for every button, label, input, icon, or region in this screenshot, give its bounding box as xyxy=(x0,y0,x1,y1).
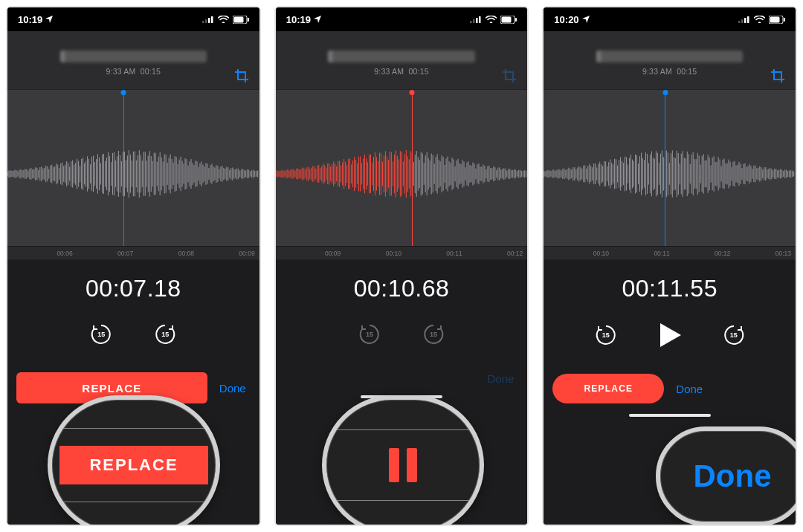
transport-controls: 15 15 xyxy=(285,323,519,346)
waveform-area[interactable]: 00:0900:1000:1100:12 xyxy=(276,89,528,260)
current-time: 00:10.68 xyxy=(285,275,519,302)
wifi-icon xyxy=(218,16,229,23)
notch xyxy=(81,7,185,24)
crop-trim-icon[interactable] xyxy=(770,68,785,83)
zoom-callout-done: Done xyxy=(656,426,797,526)
svg-rect-357 xyxy=(741,19,744,23)
svg-rect-359 xyxy=(747,16,749,23)
svg-rect-355 xyxy=(407,448,417,482)
wifi-icon xyxy=(486,16,497,23)
zoom-callout-replace: REPLACE xyxy=(48,395,220,526)
wifi-icon xyxy=(754,16,765,23)
svg-rect-177 xyxy=(470,21,472,23)
svg-rect-361 xyxy=(784,18,785,22)
waveform-area[interactable]: 00:1000:1100:1200:13 xyxy=(544,89,796,260)
waveform xyxy=(544,118,796,230)
phone-screen-2: 10:19 9:33 AM 00:15 00:0900:1000:1100:12… xyxy=(274,6,529,526)
cellular-icon xyxy=(470,16,482,23)
location-icon xyxy=(314,16,321,23)
zoom-callout-pause xyxy=(322,395,484,526)
status-time: 10:19 xyxy=(18,14,42,25)
zoom-done-button[interactable]: Done xyxy=(694,458,772,494)
svg-rect-178 xyxy=(473,19,475,23)
transport-controls: 15 15 xyxy=(16,323,251,346)
crop-trim-icon[interactable] xyxy=(234,68,249,83)
recording-title-blurred xyxy=(328,51,475,62)
zoom-replace-button[interactable]: REPLACE xyxy=(59,446,208,484)
time-ruler: 00:0900:1000:1100:12 xyxy=(276,246,528,259)
done-button[interactable]: Done xyxy=(483,372,518,385)
location-icon xyxy=(582,16,590,23)
location-icon xyxy=(45,16,53,23)
svg-rect-183 xyxy=(502,16,512,22)
current-time: 00:11.55 xyxy=(552,275,787,302)
skip-back-15-button[interactable]: 15 xyxy=(595,324,617,346)
svg-rect-2 xyxy=(208,18,210,23)
time-ruler: 00:1000:1100:1200:13 xyxy=(544,246,796,259)
recording-title-blurred xyxy=(60,51,207,62)
waveform-area[interactable]: 00:0600:0700:0800:09 xyxy=(7,89,259,260)
skip-forward-15-button[interactable]: 15 xyxy=(154,323,176,346)
recording-title-blurred xyxy=(596,51,744,62)
notch xyxy=(349,7,454,24)
crop-trim-icon[interactable] xyxy=(502,68,517,83)
battery-icon xyxy=(500,16,517,24)
cellular-icon xyxy=(202,16,214,23)
svg-rect-5 xyxy=(248,18,249,22)
svg-rect-358 xyxy=(744,18,746,23)
status-time: 10:19 xyxy=(286,14,311,25)
waveform xyxy=(276,118,528,230)
notch xyxy=(618,7,722,24)
svg-rect-6 xyxy=(233,16,243,22)
svg-rect-179 xyxy=(476,18,478,23)
replace-button[interactable]: REPLACE xyxy=(552,374,664,403)
home-indicator[interactable] xyxy=(629,414,711,417)
recording-header: 9:33 AM 00:15 xyxy=(276,31,528,89)
battery-icon xyxy=(233,16,249,24)
waveform xyxy=(7,118,259,230)
svg-rect-354 xyxy=(389,448,399,482)
skip-forward-15-button[interactable]: 15 xyxy=(723,324,745,346)
playhead[interactable] xyxy=(123,90,124,246)
pause-icon[interactable] xyxy=(381,444,425,487)
done-button[interactable]: Done xyxy=(215,382,251,395)
svg-rect-3 xyxy=(211,16,213,23)
current-time: 00:07.18 xyxy=(16,275,251,302)
phone-screen-3: 10:20 9:33 AM 00:15 00:1000:1100:1200:13… xyxy=(542,6,797,526)
phone-screen-1: 10:19 9:33 AM 00:15 00:0600:0700:0800:09… xyxy=(6,6,261,526)
skip-back-15-button[interactable]: 15 xyxy=(358,323,381,346)
recording-subtitle: 9:33 AM 00:15 xyxy=(15,67,252,76)
recording-subtitle: 9:33 AM 00:15 xyxy=(551,67,788,76)
cellular-icon xyxy=(738,16,750,23)
recording-header: 9:33 AM 00:15 xyxy=(544,31,796,89)
svg-rect-180 xyxy=(479,16,481,23)
battery-icon xyxy=(769,16,785,24)
svg-rect-356 xyxy=(738,21,741,23)
transport-controls: 15 15 xyxy=(552,323,787,347)
skip-back-15-button[interactable]: 15 xyxy=(90,323,112,346)
playhead[interactable] xyxy=(665,90,665,246)
recording-subtitle: 9:33 AM 00:15 xyxy=(283,67,520,76)
skip-forward-15-button[interactable]: 15 xyxy=(422,323,445,346)
time-ruler: 00:0600:0700:0800:09 xyxy=(7,246,259,259)
status-time: 10:20 xyxy=(554,14,578,25)
playhead[interactable] xyxy=(412,90,413,246)
play-button[interactable] xyxy=(659,323,681,347)
svg-rect-1 xyxy=(205,19,207,23)
done-button[interactable]: Done xyxy=(671,383,707,395)
recording-header: 9:33 AM 00:15 xyxy=(7,31,259,89)
svg-rect-362 xyxy=(770,16,780,22)
svg-rect-0 xyxy=(202,21,204,23)
svg-rect-182 xyxy=(515,18,517,22)
